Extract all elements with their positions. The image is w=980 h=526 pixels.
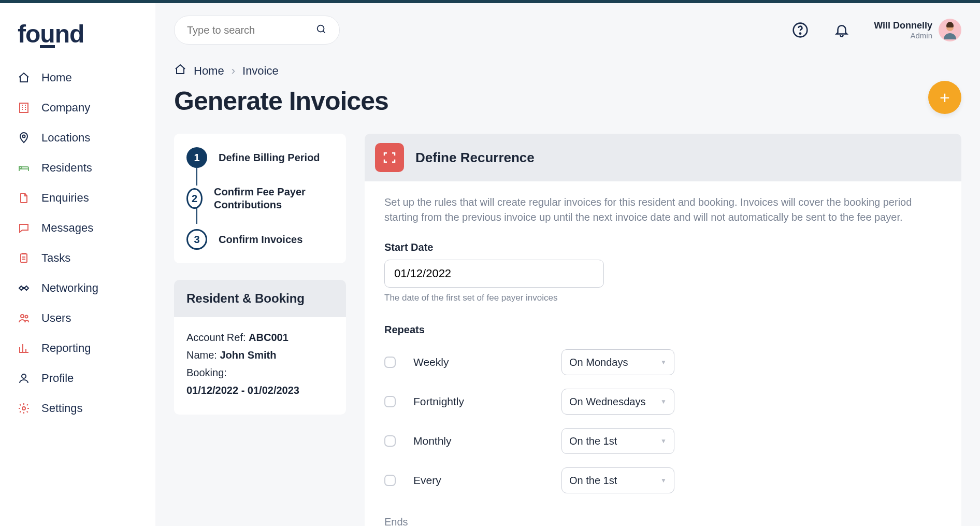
repeat-row-monthly: Monthly On the 1st ▼ <box>384 428 674 454</box>
panel-title: Define Recurrence <box>415 150 535 166</box>
step-3[interactable]: 3 Confirm Invoices <box>186 229 334 250</box>
sidebar-item-label: Settings <box>41 402 83 415</box>
checkbox-fortnightly[interactable] <box>384 396 396 407</box>
sidebar-item-reporting[interactable]: Reporting <box>0 333 155 363</box>
sidebar-item-label: Users <box>41 311 71 325</box>
sidebar-item-label: Tasks <box>41 251 70 265</box>
start-date-hint: The date of the first set of fee payer i… <box>384 293 942 303</box>
plus-icon: + <box>940 88 950 108</box>
account-ref-row: Account Ref: ABC001 <box>186 329 334 346</box>
sidebar-item-label: Residents <box>41 161 92 175</box>
svg-point-5 <box>25 316 28 318</box>
sidebar-item-label: Networking <box>41 281 98 295</box>
define-recurrence-panel: Define Recurrence Set up the rules that … <box>365 134 961 526</box>
file-icon <box>18 192 30 204</box>
step-2[interactable]: 2 Confirm Fee Payer Contributions <box>186 186 334 211</box>
panel-description: Set up the rules that will create regula… <box>384 195 918 225</box>
repeat-row-every: Every On the 1st ▼ <box>384 467 674 493</box>
sidebar-item-residents[interactable]: Residents <box>0 153 155 183</box>
chevron-right-icon: › <box>232 64 235 78</box>
svg-point-6 <box>22 374 26 378</box>
clipboard-icon <box>18 252 30 264</box>
steps-card: 1 Define Billing Period 2 Confirm Fee Pa… <box>174 134 346 263</box>
select-weekly[interactable]: On Mondays ▼ <box>561 349 674 375</box>
home-icon <box>174 63 186 79</box>
sidebar-item-label: Company <box>41 101 90 115</box>
step-label: Define Billing Period <box>219 151 320 164</box>
building-icon <box>18 102 30 114</box>
ends-label: Ends <box>384 516 942 526</box>
svg-point-8 <box>318 25 324 32</box>
start-date-label: Start Date <box>384 241 942 253</box>
repeat-name: Weekly <box>413 356 449 368</box>
chevron-down-icon: ▼ <box>660 359 667 366</box>
sidebar-item-messages[interactable]: Messages <box>0 213 155 243</box>
sidebar-item-settings[interactable]: Settings <box>0 393 155 423</box>
brand-logo: found <box>0 16 155 63</box>
checkbox-monthly[interactable] <box>384 435 396 447</box>
search-input[interactable] <box>187 24 315 36</box>
svg-point-2 <box>20 166 22 168</box>
select-every[interactable]: On the 1st ▼ <box>561 467 674 493</box>
gear-icon <box>18 402 30 415</box>
svg-point-7 <box>22 407 25 410</box>
chevron-down-icon: ▼ <box>660 477 667 484</box>
repeat-name: Every <box>413 474 441 487</box>
svg-point-10 <box>800 33 801 34</box>
search-icon <box>315 23 327 37</box>
handshake-icon <box>18 282 30 294</box>
select-fortnightly[interactable]: On Wednesdays ▼ <box>561 389 674 415</box>
repeat-name: Fortnightly <box>413 395 464 408</box>
person-icon <box>18 372 30 385</box>
breadcrumb: Home › Invoice <box>174 63 961 79</box>
bed-icon <box>18 162 30 174</box>
sidebar-item-label: Enquiries <box>41 191 89 205</box>
sidebar-item-users[interactable]: Users <box>0 303 155 333</box>
sidebar-item-label: Messages <box>41 221 93 235</box>
page-title: Generate Invoices <box>174 86 961 116</box>
select-monthly[interactable]: On the 1st ▼ <box>561 428 674 454</box>
checkbox-weekly[interactable] <box>384 357 396 368</box>
sidebar-item-enquiries[interactable]: Enquiries <box>0 183 155 213</box>
step-label: Confirm Fee Payer Contributions <box>214 186 334 211</box>
user-name: Will Donnelly <box>874 20 932 31</box>
barchart-icon <box>18 342 30 354</box>
svg-rect-0 <box>20 103 28 112</box>
avatar <box>939 19 961 41</box>
header: Will Donnelly Admin <box>174 16 961 45</box>
notifications-button[interactable] <box>832 21 851 39</box>
svg-rect-3 <box>21 254 27 262</box>
breadcrumb-home[interactable]: Home <box>194 64 224 78</box>
users-icon <box>18 312 30 324</box>
sidebar-item-company[interactable]: Company <box>0 93 155 123</box>
pin-icon <box>18 132 30 144</box>
step-1[interactable]: 1 Define Billing Period <box>186 147 334 168</box>
chat-icon <box>18 222 30 234</box>
resident-booking-title: Resident & Booking <box>174 280 346 317</box>
add-button[interactable]: + <box>928 81 961 114</box>
main-area: Will Donnelly Admin Home › Invoice Gener… <box>155 3 980 526</box>
user-role: Admin <box>874 31 932 40</box>
breadcrumb-current: Invoice <box>242 64 279 78</box>
recurrence-icon <box>375 143 404 172</box>
sidebar-item-home[interactable]: Home <box>0 63 155 93</box>
sidebar: found Home Company Locations Residents E… <box>0 3 155 526</box>
svg-point-1 <box>23 135 25 138</box>
sidebar-item-label: Locations <box>41 131 90 145</box>
sidebar-item-label: Reporting <box>41 342 91 355</box>
repeat-row-fortnightly: Fortnightly On Wednesdays ▼ <box>384 389 674 415</box>
start-date-input[interactable] <box>384 260 604 288</box>
sidebar-item-tasks[interactable]: Tasks <box>0 243 155 273</box>
help-button[interactable] <box>791 21 810 39</box>
sidebar-item-networking[interactable]: Networking <box>0 273 155 303</box>
repeats-label: Repeats <box>384 324 942 336</box>
sidebar-item-locations[interactable]: Locations <box>0 123 155 153</box>
search-field[interactable] <box>174 16 340 45</box>
sidebar-item-label: Home <box>41 71 72 84</box>
sidebar-item-profile[interactable]: Profile <box>0 363 155 393</box>
sidebar-item-label: Profile <box>41 372 74 385</box>
user-menu[interactable]: Will Donnelly Admin <box>874 19 961 41</box>
chevron-down-icon: ▼ <box>660 398 667 405</box>
repeat-row-weekly: Weekly On Mondays ▼ <box>384 349 674 375</box>
checkbox-every[interactable] <box>384 475 396 486</box>
